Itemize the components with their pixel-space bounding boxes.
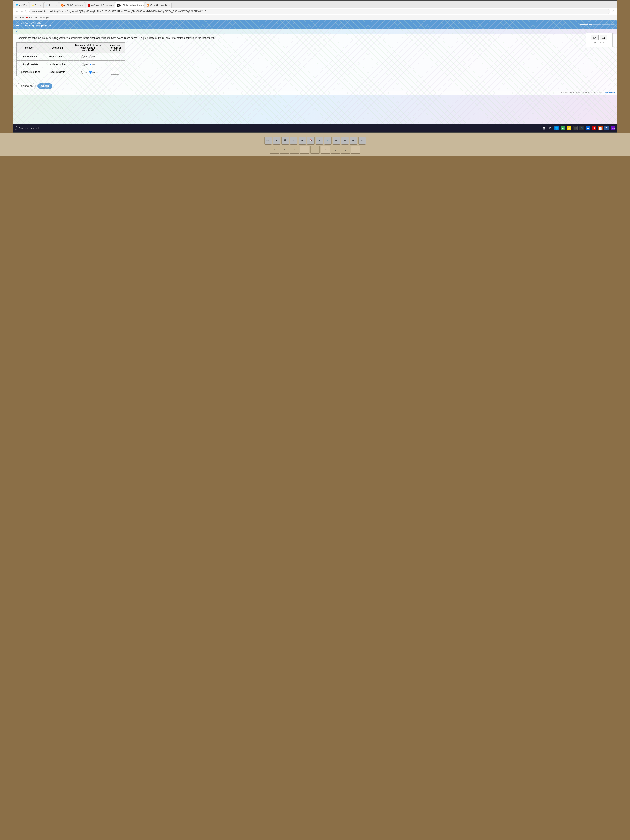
radio-yes-1-label[interactable]: yes — [81, 55, 88, 58]
forward-button[interactable]: → — [20, 9, 24, 14]
key-lparen[interactable]: ( — [331, 146, 340, 154]
solution-a-3: potassium sulfide — [17, 68, 45, 76]
key-f10[interactable]: ⏭ — [350, 137, 357, 145]
radio-no-3[interactable] — [89, 71, 92, 74]
bookmark-button[interactable]: ☆ — [612, 9, 615, 14]
check-button[interactable]: Check — [38, 83, 52, 89]
key-caret[interactable] — [300, 146, 309, 154]
key-dollar[interactable]: $ — [280, 146, 289, 154]
tab-files-close[interactable]: ✕ — [40, 4, 42, 6]
folder-icon[interactable]: 📁 — [567, 126, 572, 130]
reload-button[interactable]: ↻ — [25, 9, 28, 14]
radio-cell-2: yes no — [70, 61, 106, 68]
tab-mcgraw[interactable]: M McGraw-Hill Education ✕ — [85, 2, 115, 8]
radio-yes-3[interactable] — [81, 71, 84, 74]
table-row-1: barium nitrate sodium acetate yes no — [17, 53, 125, 61]
solution-a-2: iron(II) sulfate — [17, 61, 45, 68]
key-tilde[interactable]: # — [270, 146, 279, 154]
radio-yes-2-label[interactable]: yes — [81, 63, 88, 66]
undo-button[interactable]: ↺ — [598, 42, 601, 45]
progress-seg-4 — [593, 24, 597, 25]
radio-no-2-label[interactable]: no — [89, 63, 95, 66]
radio-no-3-label[interactable]: no — [89, 71, 95, 74]
terminal-icon[interactable]: ⬛ — [573, 126, 578, 130]
tab-aleks-main-close[interactable]: ✕ — [143, 4, 144, 6]
dropbox-icon[interactable]: ◆ — [586, 126, 590, 130]
tab-inbox[interactable]: 📧 Inbox ✕ — [44, 2, 58, 8]
key-f6[interactable]: 🔉 — [316, 137, 323, 145]
radio-yes-1[interactable] — [81, 55, 84, 58]
tab-mcgraw-close[interactable]: ✕ — [112, 4, 114, 6]
formula-input-1[interactable] — [111, 54, 119, 59]
tab-unf[interactable]: 🌐 - UNF ✕ — [14, 2, 29, 8]
browser-window: 🌐 - UNF ✕ 📁 Files ✕ 📧 Inbox ✕ A ALEKS Ch… — [13, 0, 617, 133]
tab-inbox-favicon: 📧 — [46, 4, 48, 7]
bookmarks-bar: ✉ Gmail ▶ YouTube 🗺 Maps — [13, 15, 617, 20]
back-button[interactable]: ← — [15, 9, 19, 14]
mail-icon[interactable]: ✉ — [579, 126, 584, 130]
tab-aleks-main[interactable]: A ALEKS - Lindsay Brook ✕ — [115, 2, 144, 8]
table-row-3: potassium sulfide lead(II) nitrate yes n… — [17, 68, 125, 76]
key-f9[interactable]: ⏭ — [341, 137, 349, 145]
office-icon[interactable]: 📄 — [598, 126, 603, 130]
terms-link[interactable]: Terms of Use — [604, 92, 615, 94]
key-f1[interactable]: ✦ — [273, 137, 280, 145]
solution-b-2: sodium sulfide — [45, 61, 70, 68]
key-f4[interactable]: ◀ — [298, 137, 306, 145]
subscript-button[interactable]: □₂ — [600, 35, 607, 40]
formula-input-2[interactable] — [111, 62, 119, 67]
tab-week6-close[interactable]: ✕ — [168, 4, 170, 6]
menu-button[interactable]: ☰ — [16, 22, 19, 27]
key-f3[interactable]: fn — [290, 137, 297, 145]
key-percent[interactable]: % — [290, 146, 299, 154]
key-f5[interactable]: 🔇 — [307, 137, 314, 145]
start-button[interactable]: ⊞ — [542, 126, 546, 130]
radio-yes-2[interactable] — [81, 63, 84, 66]
edge-icon[interactable]: 🌐 — [554, 126, 559, 130]
radio-no-1-label[interactable]: no — [89, 55, 95, 58]
address-input[interactable] — [29, 9, 610, 14]
key-f2[interactable]: ⬛ — [281, 137, 289, 145]
key-minus[interactable] — [351, 146, 360, 154]
word-icon[interactable]: W — [605, 126, 609, 130]
explanation-button[interactable]: Explanation — [16, 83, 36, 89]
formula-input-3[interactable] — [111, 69, 119, 74]
superscript-button[interactable]: □² — [591, 35, 598, 40]
spa-icon[interactable]: SPA — [611, 126, 615, 130]
tab-inbox-close[interactable]: ✕ — [55, 4, 57, 6]
browser-content: ☰ SIMPLE REACTIONS Predicting precipitat… — [13, 20, 617, 125]
key-f7[interactable]: 🔊 — [324, 137, 332, 145]
taskbar-search-text[interactable]: Type here to search — [19, 127, 39, 129]
key-amp[interactable]: & — [310, 146, 320, 154]
s-icon[interactable]: S — [592, 126, 597, 130]
progress-seg-6 — [602, 24, 606, 25]
bookmark-maps[interactable]: 🗺 Maps — [40, 16, 49, 19]
search-circle[interactable] — [15, 126, 18, 130]
key-f11[interactable]: → — [358, 137, 366, 145]
radio-yes-3-label[interactable]: yes — [81, 71, 88, 74]
tab-files-favicon: 📁 — [32, 4, 34, 7]
tab-week6[interactable]: ▶ Week 6 Lecture 14 ✕ — [145, 2, 172, 8]
key-f8[interactable]: ⏮ — [333, 137, 340, 145]
address-bar: ← → ↻ ☆ — [13, 8, 617, 15]
tab-unf-close[interactable]: ✕ — [25, 4, 27, 6]
aleks-topnav: ☰ SIMPLE REACTIONS Predicting precipitat… — [13, 20, 617, 28]
tab-files[interactable]: 📁 Files ✕ — [30, 2, 44, 8]
bookmark-youtube[interactable]: ▶ YouTube — [26, 16, 38, 19]
task-view-button[interactable]: ⧉ — [548, 126, 553, 130]
radio-no-1[interactable] — [89, 55, 92, 58]
progress-seg-3 — [589, 24, 592, 25]
tab-aleks-chem-close[interactable]: ✕ — [82, 4, 83, 6]
key-esc[interactable]: esc — [264, 137, 272, 145]
key-star[interactable]: * — [321, 146, 330, 154]
bookmark-gmail[interactable]: ✉ Gmail — [15, 16, 24, 19]
help-button[interactable]: ? — [603, 42, 605, 45]
tab-aleks-chemistry[interactable]: A ALEKS Chemistry ✕ — [59, 2, 85, 8]
clear-button[interactable]: ✕ — [594, 42, 596, 45]
collapse-button[interactable]: ∨ — [16, 30, 18, 33]
symbol-row-top: □² □₂ — [587, 35, 611, 40]
radio-no-2[interactable] — [89, 63, 92, 66]
symbol-toolbar: □² □₂ ✕ ↺ ? — [586, 33, 613, 47]
chrome-icon[interactable]: ● — [561, 126, 565, 130]
key-rparen[interactable]: ) — [341, 146, 350, 154]
